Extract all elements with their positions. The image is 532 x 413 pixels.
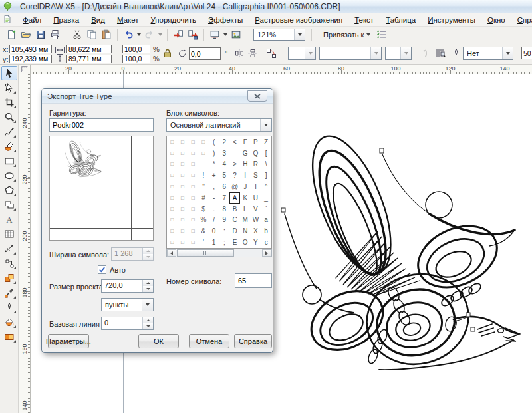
style-combo-small-1[interactable] (288, 47, 316, 60)
baseline-spinner[interactable]: 0 (101, 317, 154, 330)
redo-dropdown-icon[interactable] (157, 28, 164, 41)
flyout-triangle-icon[interactable] (13, 267, 16, 269)
char-cell[interactable]: □ (178, 215, 188, 226)
spin-up-icon[interactable] (143, 317, 153, 323)
menu-item-help[interactable]: Справка (511, 14, 532, 26)
flyout-triangle-icon[interactable] (13, 252, 16, 255)
character-grid-scrollbar[interactable] (166, 249, 272, 257)
vertical-ruler[interactable]: 240220200180160140 (19, 74, 31, 413)
tool-connector-icon[interactable] (1, 256, 17, 271)
snap-options-icon[interactable] (375, 28, 388, 41)
flyout-triangle-icon[interactable] (13, 106, 16, 108)
char-cell[interactable]: 6 (219, 181, 229, 192)
tool-fill-icon[interactable] (1, 315, 17, 329)
ok-button[interactable]: ОК (138, 334, 179, 348)
char-cell[interactable]: L (240, 204, 251, 215)
char-cell[interactable]: W (251, 215, 261, 226)
chevron-down-icon[interactable] (142, 299, 153, 311)
flyout-triangle-icon[interactable] (13, 325, 16, 328)
char-cell[interactable]: < (229, 136, 240, 148)
tool-outline-icon[interactable] (1, 300, 17, 315)
char-cell[interactable]: □ (178, 192, 188, 204)
char-cell[interactable]: □ (178, 225, 188, 237)
char-cell[interactable]: □ (178, 159, 188, 170)
scrollbar-thumb[interactable] (177, 249, 234, 257)
snap-to-button[interactable]: Привязать к (319, 29, 374, 40)
paste-icon[interactable] (100, 28, 113, 41)
char-cell[interactable]: 3 (219, 148, 229, 159)
char-cell[interactable]: F (240, 136, 251, 148)
char-cell[interactable]: E (229, 237, 240, 248)
spin-down-icon[interactable] (143, 286, 153, 292)
char-cell[interactable]: 5 (219, 170, 229, 181)
undo-icon[interactable] (122, 28, 135, 41)
chevron-down-icon[interactable] (260, 119, 271, 131)
design-size-spinner[interactable]: 720,0 (101, 279, 154, 293)
menu-item-file[interactable]: Файл (17, 14, 47, 26)
char-cell[interactable]: □ (178, 237, 188, 248)
scale-x-input[interactable] (122, 45, 150, 53)
char-cell[interactable]: . (209, 204, 219, 215)
char-cell[interactable]: □ (178, 136, 188, 148)
cut-icon[interactable] (70, 28, 84, 41)
flyout-triangle-icon[interactable] (13, 91, 16, 94)
close-icon[interactable] (247, 90, 267, 102)
char-cell[interactable]: □ (167, 148, 178, 159)
char-cell[interactable]: □ (188, 136, 198, 148)
copy-icon[interactable] (85, 28, 98, 41)
char-cell[interactable]: □ (188, 204, 198, 215)
tool-text-icon[interactable]: A (1, 212, 17, 227)
char-cell[interactable]: @ (229, 181, 240, 192)
help-button[interactable]: Справка (234, 334, 272, 348)
char-cell[interactable]: S (251, 170, 261, 181)
char-cell[interactable]: G (240, 148, 251, 159)
char-cell[interactable]: * (209, 159, 219, 170)
cancel-button[interactable]: Отмена (189, 334, 229, 348)
redo-icon[interactable] (143, 28, 156, 41)
char-cell[interactable]: 4 (219, 159, 229, 170)
flyout-triangle-icon[interactable] (13, 150, 16, 152)
edit-nodes-icon[interactable] (266, 48, 277, 59)
symbol-block-combo[interactable]: Основной латинский (166, 118, 272, 132)
menu-item-tools[interactable]: Инструменты (422, 14, 481, 26)
char-cell[interactable]: % (198, 215, 209, 226)
font-name-input[interactable] (49, 118, 154, 132)
char-cell[interactable]: □ (178, 181, 188, 192)
char-cell[interactable]: O (240, 237, 251, 248)
char-cell[interactable]: = (229, 148, 240, 159)
char-cell[interactable]: H (240, 159, 251, 170)
checkbox-check-icon[interactable] (98, 265, 106, 274)
char-cell[interactable]: □ (178, 148, 188, 159)
tool-ellipse-icon[interactable] (1, 168, 17, 183)
auto-checkbox[interactable]: Авто (98, 265, 126, 274)
char-cell[interactable]: c (261, 237, 271, 248)
char-cell[interactable]: □ (178, 204, 188, 215)
object-height-input[interactable] (66, 55, 112, 63)
char-cell[interactable]: / (209, 215, 219, 226)
char-cell[interactable]: K (240, 192, 251, 204)
char-cell[interactable]: □ (188, 225, 198, 237)
char-cell[interactable]: _ (261, 192, 271, 204)
flyout-triangle-icon[interactable] (13, 135, 16, 138)
welcome-icon[interactable] (229, 28, 243, 41)
tool-table-icon[interactable] (1, 227, 17, 241)
char-cell[interactable]: 9 (219, 215, 229, 226)
rotation-angle-input[interactable] (189, 47, 221, 60)
menu-item-window[interactable]: Окно (481, 14, 511, 26)
tool-blend-icon[interactable] (1, 271, 17, 285)
tool-eyedropper-icon[interactable] (1, 285, 17, 300)
menu-item-view[interactable]: Вид (85, 14, 111, 26)
spin-up-icon[interactable] (143, 280, 153, 286)
menu-item-text[interactable]: Текст (348, 14, 380, 26)
preview-left-bearing-line[interactable] (59, 136, 59, 240)
char-cell[interactable]: □ (167, 215, 178, 226)
app-launcher-dropdown-icon[interactable] (222, 28, 229, 41)
flyout-triangle-icon[interactable] (13, 340, 16, 343)
char-cell[interactable] (198, 159, 209, 170)
style-combo-small-2[interactable] (385, 47, 412, 60)
char-cell[interactable]: ^ (261, 181, 271, 192)
text-wrap-icon[interactable] (435, 48, 446, 59)
char-cell[interactable]: ; (219, 237, 229, 248)
char-cell[interactable]: Q (251, 148, 261, 159)
menu-item-layout[interactable]: Макет (111, 14, 145, 26)
